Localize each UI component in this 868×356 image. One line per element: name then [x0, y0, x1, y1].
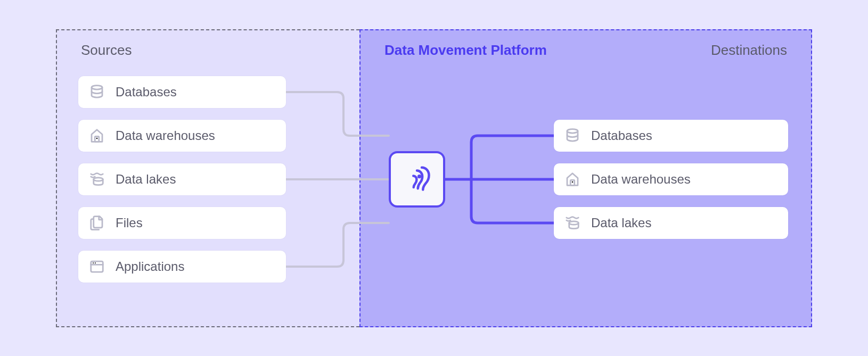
card-label: Data lakes — [116, 172, 176, 187]
svg-point-2 — [96, 138, 98, 139]
database-icon — [563, 127, 582, 145]
card-label: Data warehouses — [116, 128, 215, 143]
destination-card-databases: Databases — [554, 120, 788, 152]
source-card-applications: Applications — [78, 251, 286, 283]
card-label: Applications — [116, 259, 184, 274]
destination-card-warehouses: Data warehouses — [554, 163, 788, 195]
svg-point-11 — [569, 221, 579, 225]
sources-title: Sources — [81, 42, 132, 59]
platform-hub — [389, 151, 445, 208]
platform-title: Data Movement Platform — [384, 42, 547, 59]
destination-card-lakes: Data lakes — [554, 207, 788, 239]
source-card-files: Files — [78, 207, 286, 239]
warehouse-icon — [88, 127, 106, 145]
card-label: Data warehouses — [591, 172, 691, 187]
svg-point-5 — [93, 262, 94, 263]
card-label: Databases — [116, 85, 177, 100]
warehouse-icon — [563, 170, 582, 188]
card-label: Files — [116, 216, 143, 230]
svg-point-3 — [94, 178, 103, 181]
source-card-warehouses: Data warehouses — [78, 120, 286, 152]
svg-point-6 — [95, 262, 96, 263]
destinations-title: Destinations — [711, 42, 787, 59]
svg-point-0 — [92, 86, 102, 90]
database-icon — [88, 83, 106, 101]
datalake-icon — [88, 170, 106, 188]
svg-point-10 — [572, 181, 574, 183]
datalake-icon — [563, 214, 582, 232]
svg-rect-4 — [91, 261, 103, 272]
diagram-stage: Sources Data Movement Platform Destinati… — [56, 29, 812, 327]
files-icon — [88, 214, 106, 232]
svg-point-8 — [567, 129, 578, 134]
card-label: Databases — [591, 128, 652, 143]
svg-point-7 — [417, 175, 421, 178]
application-icon — [88, 258, 106, 276]
card-label: Data lakes — [591, 216, 651, 230]
octopus-icon — [403, 164, 431, 195]
source-card-lakes: Data lakes — [78, 163, 286, 195]
source-card-databases: Databases — [78, 76, 286, 108]
